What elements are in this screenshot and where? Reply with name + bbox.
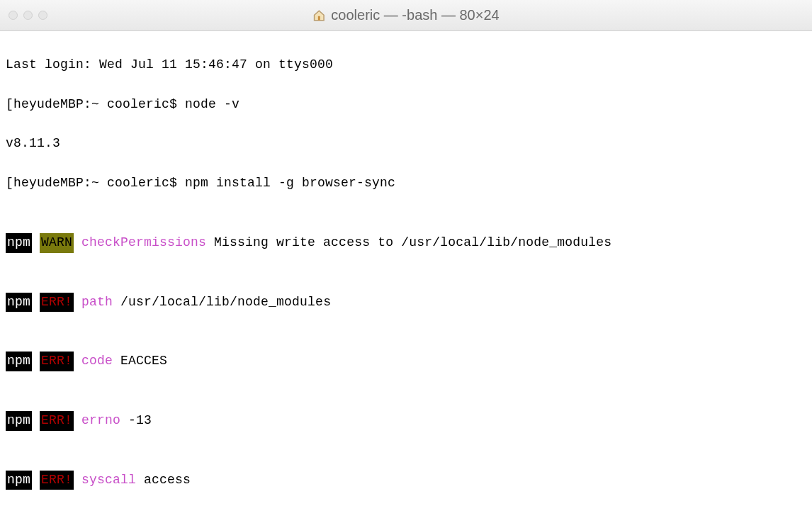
prompt-line-1: [heyudeMBP:~ cooleric$ node -v <box>6 95 806 115</box>
traffic-lights <box>9 11 47 20</box>
err-badge: ERR! <box>41 295 72 309</box>
close-button[interactable] <box>9 11 18 20</box>
window-titlebar: cooleric — -bash — 80×24 <box>0 0 812 31</box>
terminal-output[interactable]: Last login: Wed Jul 11 15:46:47 on ttys0… <box>0 31 812 506</box>
window-title: cooleric — -bash — 80×24 <box>312 7 499 23</box>
minimize-button[interactable] <box>23 11 33 20</box>
npm-err-path: npm ERR! path /usr/local/lib/node_module… <box>6 293 806 313</box>
prompt-line-2: [heyudeMBP:~ cooleric$ npm install -g br… <box>6 174 806 193</box>
node-version: v8.11.3 <box>6 134 806 154</box>
home-icon <box>312 9 325 22</box>
npm-err-code: npm ERR! code EACCES <box>6 352 806 371</box>
svg-rect-0 <box>318 16 320 20</box>
warn-key: checkPermissions <box>81 235 206 249</box>
npm-err-errno: npm ERR! errno -13 <box>6 411 806 431</box>
npm-warn-line: npm WARN checkPermissions Missing write … <box>6 233 806 253</box>
warn-badge: WARN <box>40 233 74 253</box>
npm-badge: npm <box>6 233 32 253</box>
last-login-line: Last login: Wed Jul 11 15:46:47 on ttys0… <box>6 55 806 75</box>
window-title-text: cooleric — -bash — 80×24 <box>331 7 499 23</box>
zoom-button[interactable] <box>38 11 47 20</box>
npm-err-syscall: npm ERR! syscall access <box>6 471 806 490</box>
